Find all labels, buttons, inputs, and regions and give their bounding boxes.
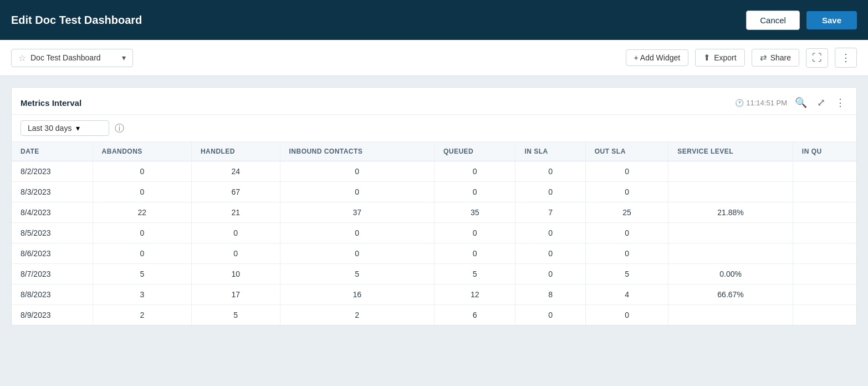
chevron-down-icon: ▾ bbox=[122, 53, 126, 62]
add-widget-button[interactable]: + Add Widget bbox=[626, 49, 689, 66]
table-cell: 22 bbox=[93, 202, 191, 223]
search-icon-button[interactable]: 🔍 bbox=[793, 95, 809, 110]
metrics-table-wrapper: DATE ABANDONS HANDLED INBOUND CONTACTS Q… bbox=[12, 142, 856, 325]
col-out-sla: OUT SLA bbox=[585, 142, 668, 161]
table-cell: 35 bbox=[434, 202, 515, 223]
table-cell: 0 bbox=[434, 182, 515, 202]
table-cell bbox=[793, 202, 856, 223]
cancel-button[interactable]: Cancel bbox=[746, 11, 800, 30]
widget-header-right: 🕐 11:14:51 PM 🔍 ⤢ ⋮ bbox=[735, 95, 847, 110]
metrics-widget-card: Metrics Interval 🕐 11:14:51 PM 🔍 ⤢ ⋮ Las… bbox=[11, 87, 857, 326]
table-cell: 12 bbox=[434, 285, 515, 305]
export-icon: ⬆ bbox=[703, 53, 711, 63]
table-cell: 2 bbox=[93, 305, 191, 326]
more-options-icon: ⋮ bbox=[841, 52, 851, 63]
table-row: 8/6/2023000000 bbox=[12, 243, 856, 264]
table-row: 8/5/2023000000 bbox=[12, 223, 856, 243]
table-cell: 8/4/2023 bbox=[12, 202, 93, 223]
table-cell: 0 bbox=[191, 223, 280, 243]
table-cell: 0.00% bbox=[668, 264, 793, 285]
table-cell bbox=[668, 161, 793, 182]
table-cell: 8/5/2023 bbox=[12, 223, 93, 243]
table-cell: 8/2/2023 bbox=[12, 161, 93, 182]
toolbar-left: ☆ Doc Test Dashboard ▾ bbox=[11, 49, 133, 67]
table-cell: 25 bbox=[585, 202, 668, 223]
table-cell: 2 bbox=[280, 305, 434, 326]
table-cell: 0 bbox=[434, 243, 515, 264]
toolbar-right: + Add Widget ⬆ Export ⇄ Share ⛶ ⋮ bbox=[626, 48, 857, 68]
widget-timestamp: 🕐 11:14:51 PM bbox=[735, 99, 787, 107]
table-cell: 0 bbox=[585, 182, 668, 202]
star-icon: ☆ bbox=[18, 53, 26, 63]
timestamp-value: 11:14:51 PM bbox=[746, 99, 787, 107]
table-cell: 10 bbox=[191, 264, 280, 285]
table-row: 8/2/20230240000 bbox=[12, 161, 856, 182]
table-cell: 5 bbox=[191, 305, 280, 326]
table-cell: 5 bbox=[434, 264, 515, 285]
table-cell: 0 bbox=[280, 243, 434, 264]
table-cell: 8/9/2023 bbox=[12, 305, 93, 326]
table-cell: 0 bbox=[191, 243, 280, 264]
save-button[interactable]: Save bbox=[806, 11, 857, 29]
table-cell: 8/6/2023 bbox=[12, 243, 93, 264]
col-abandons: ABANDONS bbox=[93, 142, 191, 161]
table-cell: 37 bbox=[280, 202, 434, 223]
col-queued: QUEUED bbox=[434, 142, 515, 161]
fullscreen-button[interactable]: ⛶ bbox=[806, 48, 828, 68]
table-cell: 66.67% bbox=[668, 285, 793, 305]
table-cell: 6 bbox=[434, 305, 515, 326]
widget-more-button[interactable]: ⋮ bbox=[833, 95, 847, 110]
share-icon: ⇄ bbox=[760, 53, 767, 63]
table-cell: 0 bbox=[585, 243, 668, 264]
export-button[interactable]: ⬆ Export bbox=[695, 49, 744, 67]
table-cell bbox=[793, 285, 856, 305]
table-cell: 7 bbox=[515, 202, 585, 223]
toolbar-bar: ☆ Doc Test Dashboard ▾ + Add Widget ⬆ Ex… bbox=[0, 40, 868, 76]
info-icon[interactable]: ⓘ bbox=[115, 122, 124, 135]
table-cell bbox=[668, 305, 793, 326]
col-in-sla: IN SLA bbox=[515, 142, 585, 161]
fullscreen-icon: ⛶ bbox=[812, 52, 822, 63]
table-cell: 8/8/2023 bbox=[12, 285, 93, 305]
export-label: Export bbox=[714, 53, 736, 62]
share-button[interactable]: ⇄ Share bbox=[752, 49, 799, 67]
table-cell: 16 bbox=[280, 285, 434, 305]
widget-header: Metrics Interval 🕐 11:14:51 PM 🔍 ⤢ ⋮ bbox=[12, 88, 856, 115]
table-cell: 0 bbox=[93, 223, 191, 243]
table-cell: 0 bbox=[515, 182, 585, 202]
table-cell bbox=[793, 161, 856, 182]
page-title: Edit Doc Test Dashboard bbox=[11, 14, 142, 27]
table-cell bbox=[668, 182, 793, 202]
table-cell bbox=[793, 264, 856, 285]
table-row: 8/7/202351055050.00% bbox=[12, 264, 856, 285]
date-range-selector[interactable]: Last 30 days ▾ bbox=[21, 120, 109, 136]
table-cell: 0 bbox=[585, 305, 668, 326]
table-cell: 24 bbox=[191, 161, 280, 182]
table-cell: 5 bbox=[93, 264, 191, 285]
table-cell bbox=[793, 243, 856, 264]
expand-icon-button[interactable]: ⤢ bbox=[815, 95, 828, 110]
filter-chevron-icon: ▾ bbox=[76, 124, 80, 133]
table-cell: 0 bbox=[280, 223, 434, 243]
table-cell: 0 bbox=[434, 161, 515, 182]
table-cell: 0 bbox=[515, 161, 585, 182]
table-row: 8/3/20230670000 bbox=[12, 182, 856, 202]
widget-title: Metrics Interval bbox=[21, 98, 81, 108]
top-header: Edit Doc Test Dashboard Cancel Save bbox=[0, 0, 868, 40]
table-cell: 0 bbox=[280, 161, 434, 182]
table-cell: 5 bbox=[280, 264, 434, 285]
table-cell: 67 bbox=[191, 182, 280, 202]
table-cell: 21.88% bbox=[668, 202, 793, 223]
dashboard-name-label: Doc Test Dashboard bbox=[30, 53, 101, 62]
more-options-button[interactable]: ⋮ bbox=[835, 48, 857, 68]
table-cell: 5 bbox=[585, 264, 668, 285]
table-cell: 0 bbox=[93, 243, 191, 264]
table-cell bbox=[668, 243, 793, 264]
table-cell: 0 bbox=[585, 161, 668, 182]
table-row: 8/9/2023252600 bbox=[12, 305, 856, 326]
table-cell: 21 bbox=[191, 202, 280, 223]
dashboard-selector[interactable]: ☆ Doc Test Dashboard ▾ bbox=[11, 49, 133, 67]
table-cell bbox=[793, 182, 856, 202]
table-body: 8/2/202302400008/3/202306700008/4/202322… bbox=[12, 161, 856, 326]
table-header: DATE ABANDONS HANDLED INBOUND CONTACTS Q… bbox=[12, 142, 856, 161]
